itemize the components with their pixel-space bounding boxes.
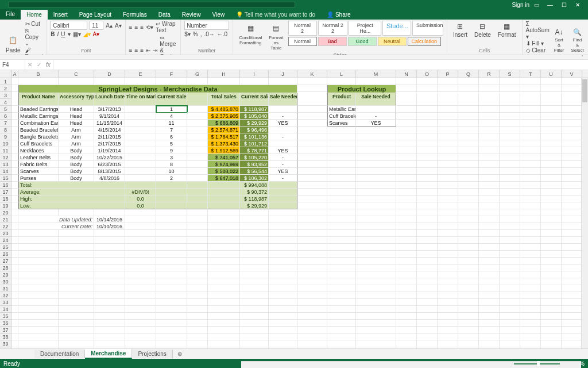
tab-view[interactable]: View: [207, 10, 231, 20]
row-headers[interactable]: 1234567891011121314151617181920212223242…: [0, 78, 11, 348]
col-header-N[interactable]: N: [396, 70, 417, 78]
style-normal2[interactable]: Normal 2: [288, 21, 317, 36]
fill-color-button[interactable]: ◢▾: [83, 31, 91, 37]
fill-button[interactable]: ⬇ Fill ▾: [526, 40, 550, 47]
tell-me[interactable]: 💡 Tell me what you want to do: [230, 10, 321, 20]
style-neutral[interactable]: Neutral: [378, 37, 407, 46]
sheet-tab-merchandise[interactable]: Merchandise: [85, 349, 132, 359]
tab-data[interactable]: Data: [153, 10, 176, 20]
style-normal[interactable]: Normal: [288, 37, 317, 46]
col-header-J[interactable]: J: [269, 70, 297, 78]
find-select-button[interactable]: 🔍Find & Select: [569, 26, 586, 54]
col-header-R[interactable]: R: [479, 70, 500, 78]
col-header-M[interactable]: M: [356, 70, 396, 78]
style-project[interactable]: Project He...: [349, 21, 381, 36]
align-right-icon[interactable]: ≡: [140, 47, 144, 53]
col-header-L[interactable]: L: [327, 70, 356, 78]
name-box[interactable]: F4: [0, 60, 25, 70]
tab-review[interactable]: Review: [176, 10, 207, 20]
collapse-ribbon[interactable]: ˄: [0, 55, 588, 60]
enter-icon[interactable]: ✓: [34, 62, 44, 68]
currency-icon[interactable]: $▾: [184, 31, 191, 37]
close-icon[interactable]: ✕: [571, 0, 585, 9]
style-submission[interactable]: Submission: [412, 21, 443, 36]
tab-file[interactable]: File: [0, 9, 21, 20]
row-header-18[interactable]: 18: [0, 195, 11, 202]
fx-icon[interactable]: fx: [44, 62, 53, 68]
row-header-11[interactable]: 11: [0, 147, 11, 154]
sign-in[interactable]: Sign in: [512, 2, 529, 8]
tab-pagelayout[interactable]: Page Layout: [74, 10, 117, 20]
col-header-Q[interactable]: Q: [458, 70, 479, 78]
paste-button[interactable]: 📋 Paste: [3, 33, 23, 55]
scrollbar-vertical[interactable]: [581, 78, 588, 348]
row-header-32[interactable]: 32: [0, 292, 11, 299]
grow-font-icon[interactable]: A▴: [106, 22, 113, 29]
insert-cells-button[interactable]: ⊞Insert: [451, 21, 470, 39]
cut-button[interactable]: ✂ Cut: [25, 21, 44, 27]
row-header-14[interactable]: 14: [0, 168, 11, 175]
row-header-22[interactable]: 22: [0, 223, 11, 230]
indent-dec-icon[interactable]: ⇤: [146, 47, 150, 53]
conditional-fmt-button[interactable]: ▦Conditional Formatting: [237, 21, 264, 47]
col-header-F[interactable]: F: [156, 70, 187, 78]
row-header-29[interactable]: 29: [0, 271, 11, 278]
row-header-38[interactable]: 38: [0, 334, 11, 340]
add-sheet-button[interactable]: ⊕: [173, 350, 187, 358]
share-button[interactable]: 👤 Share: [321, 10, 356, 20]
spreadsheet-grid[interactable]: Formula Bar ABCDEFGHIJKLMNOPQRSTUVWX 123…: [0, 70, 588, 348]
sheet-tab-documentation[interactable]: Documentation: [34, 350, 85, 358]
wrap-text-button[interactable]: ↩ Wrap Text: [156, 21, 177, 33]
col-header-C[interactable]: C: [59, 70, 94, 78]
percent-icon[interactable]: %: [193, 31, 198, 37]
row-header-25[interactable]: 25: [0, 244, 11, 251]
orientation-icon[interactable]: ⟲▾: [146, 24, 153, 30]
dec-decimal-icon[interactable]: ←.0: [217, 31, 227, 37]
row-header-40[interactable]: 40: [0, 347, 11, 348]
col-header-G[interactable]: G: [187, 70, 208, 78]
style-student[interactable]: Stude...: [382, 21, 411, 36]
tab-insert[interactable]: Insert: [48, 10, 74, 20]
sheet-tab-projections[interactable]: Projections: [132, 350, 172, 358]
row-header-12[interactable]: 12: [0, 154, 11, 161]
row-header-2[interactable]: 2: [0, 85, 11, 92]
autosum-button[interactable]: Σ AutoSum ▾: [526, 21, 550, 40]
row-header-23[interactable]: 23: [0, 230, 11, 237]
cells-area[interactable]: SpringLeaf Designs - Merchandise DataPro…: [11, 78, 588, 348]
tab-formulas[interactable]: Formulas: [117, 10, 153, 20]
row-header-13[interactable]: 13: [0, 161, 11, 168]
style-bad[interactable]: Bad: [318, 37, 347, 46]
tab-home[interactable]: Home: [21, 10, 48, 20]
row-header-6[interactable]: 6: [0, 113, 11, 120]
col-header-H[interactable]: H: [208, 70, 240, 78]
col-header-E[interactable]: E: [125, 70, 156, 78]
sort-filter-button[interactable]: A↓Sort & Filter: [552, 26, 567, 54]
row-header-36[interactable]: 36: [0, 320, 11, 327]
row-header-24[interactable]: 24: [0, 237, 11, 244]
style-calc[interactable]: Calculation: [408, 37, 442, 46]
row-header-39[interactable]: 39: [0, 340, 11, 347]
quick-access[interactable]: [8, 2, 295, 7]
row-header-21[interactable]: 21: [0, 216, 11, 223]
col-header-A[interactable]: A: [11, 70, 18, 78]
row-header-27[interactable]: 27: [0, 258, 11, 264]
row-header-30[interactable]: 30: [0, 278, 11, 285]
row-header-16[interactable]: 16: [0, 182, 11, 189]
border-button[interactable]: ▦▾: [73, 31, 81, 37]
minimize-icon[interactable]: —: [543, 0, 557, 9]
zoom-slider[interactable]: [514, 363, 560, 365]
row-header-34[interactable]: 34: [0, 306, 11, 313]
style-good[interactable]: Good: [348, 37, 377, 46]
font-size-select[interactable]: 11: [90, 21, 103, 30]
maximize-icon[interactable]: ☐: [557, 0, 571, 9]
style-normal22[interactable]: Normal 2 2: [318, 21, 348, 36]
col-header-U[interactable]: U: [541, 70, 562, 78]
italic-button[interactable]: I: [57, 31, 59, 37]
select-all-corner[interactable]: [0, 70, 11, 78]
col-header-O[interactable]: O: [417, 70, 438, 78]
row-header-17[interactable]: 17: [0, 189, 11, 195]
col-header-D[interactable]: D: [94, 70, 125, 78]
col-header-T[interactable]: T: [520, 70, 541, 78]
row-header-26[interactable]: 26: [0, 251, 11, 258]
row-header-9[interactable]: 9: [0, 133, 11, 140]
